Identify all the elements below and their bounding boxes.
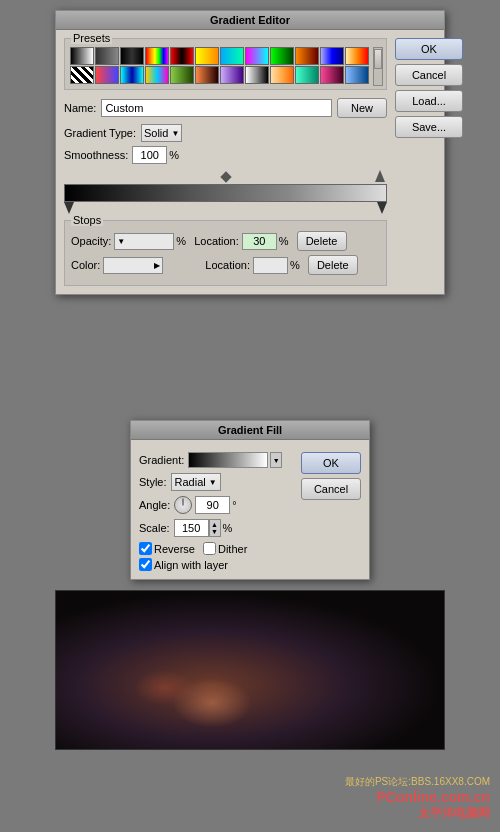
gf-cancel-button[interactable]: Cancel	[301, 478, 361, 500]
presets-section: Presets	[64, 38, 387, 90]
load-button[interactable]: Load...	[395, 90, 463, 112]
list-item[interactable]	[345, 66, 369, 84]
list-item[interactable]	[170, 47, 194, 65]
list-item[interactable]	[245, 47, 269, 65]
dither-checkbox[interactable]	[203, 542, 216, 555]
gf-scale-input[interactable]	[174, 519, 209, 537]
gf-scale-row: Scale: ▲▼ %	[131, 519, 301, 537]
presets-label: Presets	[71, 32, 112, 44]
stops-label: Stops	[71, 214, 103, 226]
opacity-row: Opacity: ▼ % Location: % Delete	[71, 231, 380, 251]
color-label: Color:	[71, 259, 100, 271]
bottom-handles-row	[64, 202, 387, 216]
new-button[interactable]: New	[337, 98, 387, 118]
presets-scrollbar[interactable]	[373, 47, 383, 86]
watermark-site: PConline.com.cn	[345, 789, 490, 805]
gradient-type-row: Gradient Type: Solid ▼	[64, 124, 387, 142]
gf-style-label: Style:	[139, 476, 167, 488]
gf-angle-indicator	[183, 499, 184, 506]
list-item[interactable]	[320, 47, 344, 65]
list-item[interactable]	[220, 66, 244, 84]
gf-gradient-arrow[interactable]: ▼	[270, 452, 282, 468]
opacity-select[interactable]: ▼	[114, 233, 174, 250]
align-checkbox[interactable]	[139, 558, 152, 571]
location-percent-2: %	[290, 259, 300, 271]
reverse-checkbox[interactable]	[139, 542, 152, 555]
list-item[interactable]	[195, 66, 219, 84]
list-item[interactable]	[170, 66, 194, 84]
list-item[interactable]	[220, 47, 244, 65]
ok-button[interactable]: OK	[395, 38, 463, 60]
color-swatch[interactable]: ▶	[103, 257, 163, 274]
gradient-display-bar[interactable]	[64, 184, 387, 202]
dither-label: Dither	[218, 543, 247, 555]
gf-gradient-label: Gradient:	[139, 454, 184, 466]
list-item[interactable]	[120, 66, 144, 84]
gf-style-select[interactable]: Radial ▼	[171, 473, 221, 491]
list-item[interactable]	[270, 66, 294, 84]
gradient-fill-title: Gradient Fill	[131, 421, 369, 440]
list-item[interactable]	[245, 66, 269, 84]
gf-angle-label: Angle:	[139, 499, 170, 511]
location-input-2[interactable]	[253, 257, 288, 274]
gradient-type-select[interactable]: Solid ▼	[141, 124, 182, 142]
smoothness-label: Smoothness:	[64, 149, 128, 161]
list-item[interactable]	[95, 66, 119, 84]
watermark-top: 最好的PS论坛:BBS.16XX8.COM	[345, 775, 490, 789]
gradient-fill-dialog: Gradient Fill Gradient: ▼ Style: Radial …	[130, 420, 370, 580]
list-item[interactable]	[145, 66, 169, 84]
list-item[interactable]	[195, 47, 219, 65]
glow-secondary	[134, 670, 194, 705]
gradient-editor-title: Gradient Editor	[56, 11, 444, 30]
svg-marker-2	[377, 202, 387, 214]
location-percent-1: %	[279, 235, 289, 247]
color-row: Color: ▶ Location: % Delete	[71, 255, 380, 275]
smoothness-row: Smoothness: %	[64, 146, 387, 164]
smoothness-input[interactable]	[132, 146, 167, 164]
gf-style-row: Style: Radial ▼	[131, 473, 301, 491]
list-item[interactable]	[95, 47, 119, 65]
list-item[interactable]	[70, 47, 94, 65]
gf-angle-dial[interactable]	[174, 496, 192, 514]
opacity-label: Opacity:	[71, 235, 111, 247]
delete-button-1[interactable]: Delete	[297, 231, 347, 251]
align-label: Align with layer	[154, 559, 228, 571]
list-item[interactable]	[295, 66, 319, 84]
smoothness-percent: %	[169, 149, 179, 161]
name-label: Name:	[64, 102, 96, 114]
chevron-right-icon: ▶	[154, 261, 160, 270]
gf-checkboxes-row: Reverse Dither	[131, 542, 301, 555]
scrollbar-thumb[interactable]	[374, 49, 382, 69]
dialog-buttons: OK Cancel Load... Save...	[395, 38, 463, 138]
bottom-right-handle[interactable]	[377, 202, 387, 216]
list-item[interactable]	[120, 47, 144, 65]
location-input-1[interactable]	[242, 233, 277, 250]
save-button[interactable]: Save...	[395, 116, 463, 138]
chevron-down-icon: ▼	[209, 478, 217, 487]
delete-button-2[interactable]: Delete	[308, 255, 358, 275]
gf-ok-button[interactable]: OK	[301, 452, 361, 474]
watermark-site-cn: 太平洋电脑网	[345, 805, 490, 822]
location-label-2: Location:	[205, 259, 250, 271]
gf-gradient-preview[interactable]	[188, 452, 268, 468]
gf-align-row: Align with layer	[131, 558, 301, 571]
list-item[interactable]	[295, 47, 319, 65]
gf-gradient-row: Gradient: ▼	[131, 452, 301, 468]
presets-grid	[70, 47, 381, 84]
preview-image	[55, 590, 445, 750]
top-right-handle	[375, 170, 385, 184]
chevron-down-icon: ▼	[117, 237, 125, 246]
list-item[interactable]	[145, 47, 169, 65]
list-item[interactable]	[70, 66, 94, 84]
midpoint-handle[interactable]	[220, 171, 231, 182]
gf-angle-row: Angle: °	[131, 496, 301, 514]
list-item[interactable]	[345, 47, 369, 65]
list-item[interactable]	[270, 47, 294, 65]
name-input[interactable]	[101, 99, 332, 117]
name-row: Name: New	[64, 98, 387, 118]
gf-scale-stepper[interactable]: ▲▼	[209, 519, 221, 537]
gf-angle-input[interactable]	[195, 496, 230, 514]
list-item[interactable]	[320, 66, 344, 84]
location-label-1: Location:	[194, 235, 239, 247]
cancel-button[interactable]: Cancel	[395, 64, 463, 86]
